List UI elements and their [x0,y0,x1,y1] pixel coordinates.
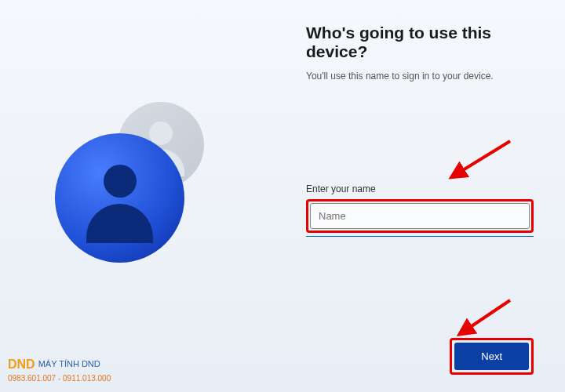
avatar-illustration [55,110,228,282]
illustration-panel [0,0,282,392]
annotation-arrow-next [455,294,518,337]
annotation-arrow-input [447,133,518,180]
watermark-brand: MÁY TÍNH DND [38,358,100,370]
name-input-label: Enter your name [306,183,534,194]
next-button[interactable]: Next [454,343,529,370]
svg-line-1 [459,141,510,172]
next-button-highlight: Next [450,338,534,375]
watermark: DND MÁY TÍNH DND 0983.601.007 - 0911.013… [8,356,111,384]
user-icon-primary [55,133,184,263]
input-underline [306,236,534,237]
name-input-highlight [306,199,534,233]
page-subtitle: You'll use this name to sign in to your … [306,71,534,82]
watermark-phone: 0983.601.007 - 0911.013.000 [8,373,111,384]
form-panel: Who's going to use this device? You'll u… [282,0,565,392]
watermark-logo: DND [8,356,35,373]
name-input[interactable] [310,203,530,229]
svg-line-3 [467,300,510,329]
page-title: Who's going to use this device? [306,24,534,61]
